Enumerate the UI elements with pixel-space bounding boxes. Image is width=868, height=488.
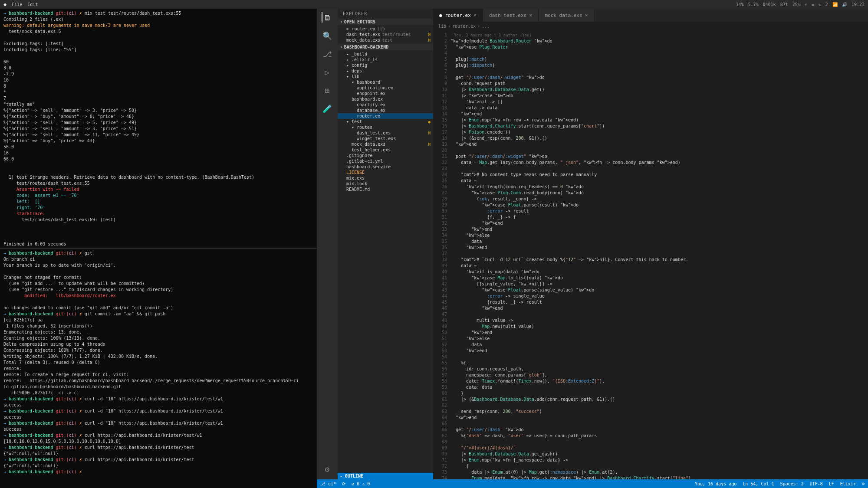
close-icon[interactable]: × xyxy=(473,12,477,18)
status-item[interactable]: ☺ xyxy=(862,481,865,486)
tree-item-widget_test.exs[interactable]: widget_test.exs xyxy=(338,136,433,141)
test-icon[interactable]: 🧪 xyxy=(322,103,332,114)
vscode-window: 🗎 🔍 ⎇ ▷ ⊞ 🧪 ⚙ EXPLORER ▾OPEN EDITORS rou… xyxy=(317,9,868,488)
project-header[interactable]: ▾BASHBOARD-BACKEND xyxy=(338,44,433,50)
tab-router.ex[interactable]: ● router.ex× xyxy=(433,9,483,22)
status-item[interactable]: Ln 54, Col 1 xyxy=(743,481,774,486)
tab-mock_data.exs[interactable]: mock_data.exs× xyxy=(539,9,594,22)
explorer-icon[interactable]: 🗎 xyxy=(322,12,332,23)
menu-edit[interactable]: Edit xyxy=(27,2,38,7)
tree-item-dash_test.exs[interactable]: dash_test.exsM xyxy=(338,130,433,136)
tree-item-mock_data.exs[interactable]: mock_data.exsM xyxy=(338,141,433,147)
menubar-stat[interactable]: 🔊 xyxy=(842,2,847,7)
editor-tabs: ● router.ex×dash_test.exs×mock_data.exs× xyxy=(433,9,868,22)
outline-header[interactable]: ▸ OUTLINE xyxy=(338,473,433,479)
status-item[interactable]: ⟳ xyxy=(342,481,345,486)
status-item[interactable]: Spaces: 2 xyxy=(780,481,804,486)
open-editor-item[interactable]: dash_test.exs test/routesM xyxy=(338,32,433,37)
menubar-stat[interactable]: 8401k xyxy=(763,2,776,7)
tab-dash_test.exs[interactable]: dash_test.exs× xyxy=(483,9,539,22)
status-item[interactable]: LF xyxy=(829,481,834,486)
tree-item-test_helper.exs[interactable]: test_helper.exs xyxy=(338,147,433,153)
open-editor-item[interactable]: mock_data.exs testM xyxy=(338,37,433,43)
settings-icon[interactable]: ⚙ xyxy=(322,464,332,474)
close-icon[interactable]: × xyxy=(529,12,532,18)
sidebar-title: EXPLORER xyxy=(338,9,433,19)
tree-item-config[interactable]: ▸ config xyxy=(338,62,433,68)
open-editors-header[interactable]: ▾OPEN EDITORS xyxy=(338,19,433,25)
menubar-stat[interactable]: ≡ xyxy=(812,2,814,7)
tree-item-bashboard.service[interactable]: bashboard.service xyxy=(338,164,433,170)
menubar-stat[interactable]: 5.7% xyxy=(748,2,758,7)
tree-item-database.ex[interactable]: database.ex xyxy=(338,108,433,113)
tree-item-.gitignore[interactable]: .gitignore xyxy=(338,153,433,158)
menubar-stat[interactable]: ⇅ xyxy=(819,2,821,7)
tree-item-routes[interactable]: ▾ routes xyxy=(338,124,433,130)
search-icon[interactable]: 🔍 xyxy=(322,30,332,41)
tree-item-mix.exs[interactable]: mix.exs xyxy=(338,175,433,181)
tree-item-lib[interactable]: ▾ lib xyxy=(338,74,433,79)
menubar-stat[interactable]: 87% xyxy=(780,2,788,7)
menubar-stat[interactable]: 19:23 xyxy=(852,2,865,7)
tree-item-LICENSE[interactable]: LICENSE xyxy=(338,170,433,175)
tree-item-deps[interactable]: ▸ deps xyxy=(338,68,433,74)
menubar-stat[interactable]: 25% xyxy=(792,2,800,7)
tree-item-router.ex[interactable]: router.ex xyxy=(338,113,433,119)
menubar-stat[interactable]: ⚡ xyxy=(805,2,807,7)
debug-icon[interactable]: ▷ xyxy=(322,67,332,77)
status-item[interactable]: ⎇ ci* xyxy=(320,481,336,486)
tree-item-mix.lock[interactable]: mix.lock xyxy=(338,181,433,187)
terminal-bottom-pane[interactable]: → bashboard-backend git:(ci) ✗ gst On br… xyxy=(0,249,317,488)
macos-menubar: ◆ File Edit 14%5.7%8401k87%25%⚡≡⇅2📶🔊19:2… xyxy=(0,0,868,9)
menu-file[interactable]: File xyxy=(12,2,22,7)
tree-item-test[interactable]: ▾ test● xyxy=(338,119,433,124)
status-item[interactable]: ⊘ 0 ⚠ 0 xyxy=(352,481,370,486)
status-item[interactable]: You, 16 days ago xyxy=(695,481,736,486)
neovim-icon: ◆ xyxy=(3,1,7,7)
open-editor-item[interactable]: router.ex lib xyxy=(338,26,433,32)
menubar-stat[interactable]: 14% xyxy=(736,2,743,7)
close-icon[interactable]: × xyxy=(585,12,588,18)
editor-area: ● router.ex×dash_test.exs×mock_data.exs×… xyxy=(433,9,868,479)
tree-item-endpoint.ex[interactable]: endpoint.ex xyxy=(338,91,433,96)
tree-item-chartify.ex[interactable]: chartify.ex xyxy=(338,102,433,108)
status-bar: ⎇ ci*⟳⊘ 0 ⚠ 0 You, 16 days agoLn 54, Col… xyxy=(317,479,868,488)
sidebar: EXPLORER ▾OPEN EDITORS router.ex libdash… xyxy=(338,9,433,479)
tree-item-application.ex[interactable]: application.ex xyxy=(338,85,433,91)
status-item[interactable]: UTF-8 xyxy=(810,481,823,486)
tree-item-.elixir_ls[interactable]: ▸ .elixir_ls xyxy=(338,57,433,62)
breadcrumb[interactable]: lib › router.ex › ... xyxy=(433,22,868,30)
terminal-top-pane[interactable]: → bashboard-backend git:(ci) ✗ mix test … xyxy=(0,9,317,249)
tree-item-README.md[interactable]: README.md xyxy=(338,187,433,192)
tree-item-bashboard.ex[interactable]: bashboard.ex xyxy=(338,96,433,102)
scm-icon[interactable]: ⎇ xyxy=(322,49,332,59)
tree-item-_build[interactable]: ▸ _build xyxy=(338,51,433,57)
extensions-icon[interactable]: ⊞ xyxy=(322,85,332,95)
menubar-stat[interactable]: 📶 xyxy=(832,2,838,7)
tree-item-bashboard[interactable]: ▾ bashboard xyxy=(338,79,433,85)
terminal-window[interactable]: → bashboard-backend git:(ci) ✗ mix test … xyxy=(0,9,317,488)
menubar-stat[interactable]: 2 xyxy=(825,2,828,7)
code-editor[interactable]: 1 2 3 4 5 6 7 8 9 10 11 12 13 14 15 16 1… xyxy=(433,30,868,479)
activity-bar: 🗎 🔍 ⎇ ▷ ⊞ 🧪 ⚙ xyxy=(317,9,338,479)
tree-item-.gitlab-ci.yml[interactable]: .gitlab-ci.yml xyxy=(338,158,433,164)
status-item[interactable]: Elixir xyxy=(840,481,856,486)
